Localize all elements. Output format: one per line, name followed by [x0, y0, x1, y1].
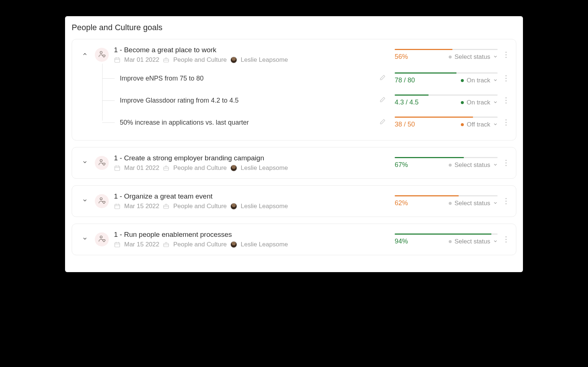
- goal-title: 1 - Become a great place to work: [114, 46, 390, 54]
- progress-value: 67%: [395, 161, 408, 169]
- goal-card: 1 - Create a strong employer branding ca…: [72, 147, 516, 179]
- person-heart-icon: [98, 235, 106, 244]
- chevron-down-icon: [493, 238, 498, 245]
- goal-header: 1 - Create a strong employer branding ca…: [80, 154, 509, 172]
- key-result-title: 50% increase in applications vs. last qu…: [102, 119, 374, 127]
- more-menu-button[interactable]: [503, 97, 509, 104]
- svg-point-14: [505, 124, 506, 125]
- svg-point-25: [505, 200, 506, 202]
- status-select[interactable]: Select status: [449, 53, 498, 61]
- goal-header: 1 - Run people enablement processes Mar …: [80, 231, 509, 248]
- status-dot-icon: [449, 56, 452, 58]
- more-menu-button[interactable]: [503, 198, 509, 204]
- calendar-icon: [114, 165, 121, 171]
- chevron-down-icon: [493, 77, 498, 84]
- avatar: [230, 241, 237, 248]
- svg-point-0: [100, 51, 102, 53]
- svg-point-3: [505, 51, 506, 53]
- goal-header: 1 - Organize a great team event Mar 15 2…: [80, 192, 509, 210]
- more-menu-button[interactable]: [503, 119, 509, 126]
- progress-block: 4.3 / 4.5 On track: [395, 95, 498, 106]
- status-label: On track: [467, 77, 490, 84]
- status-select[interactable]: On track: [461, 99, 498, 106]
- chevron-down-icon: [493, 53, 498, 61]
- goal-card: 1 - Organize a great team event Mar 15 2…: [72, 185, 516, 217]
- status-select[interactable]: Select status: [449, 238, 498, 245]
- briefcase-icon: [163, 241, 169, 248]
- progress-block: 94% Select status: [395, 234, 498, 245]
- edit-button[interactable]: [379, 118, 386, 127]
- goal-category-icon: [95, 232, 109, 246]
- status-select[interactable]: Off track: [461, 121, 498, 128]
- goal-category-icon: [95, 48, 109, 62]
- goals-panel: People and Culture goals 1 - Become a gr…: [65, 16, 523, 272]
- goal-meta: Mar 15 2022 People and Culture Leslie Le…: [114, 241, 390, 248]
- more-menu-button[interactable]: [503, 236, 509, 243]
- briefcase-icon: [163, 57, 169, 63]
- progress-block: 78 / 80 On track: [395, 72, 498, 84]
- progress-bar: [395, 95, 498, 96]
- status-label: Select status: [455, 238, 490, 245]
- progress-fill: [395, 49, 452, 50]
- more-menu-button[interactable]: [503, 51, 509, 58]
- edit-button[interactable]: [379, 96, 386, 104]
- progress-bar: [395, 195, 498, 196]
- avatar: [230, 57, 237, 63]
- chevron-down-icon: [493, 99, 498, 106]
- status-select[interactable]: Select status: [449, 161, 498, 169]
- svg-point-27: [100, 236, 102, 238]
- goal-card: 1 - Run people enablement processes Mar …: [72, 224, 516, 255]
- edit-button[interactable]: [379, 74, 386, 82]
- briefcase-icon: [163, 203, 169, 210]
- svg-point-21: [100, 197, 102, 200]
- svg-point-30: [505, 236, 506, 237]
- svg-point-15: [100, 159, 102, 161]
- goal-owner: Leslie Leapsome: [241, 241, 288, 248]
- svg-point-7: [505, 78, 506, 79]
- svg-rect-1: [115, 58, 120, 63]
- status-label: Select status: [455, 53, 490, 61]
- key-results-list: Improve eNPS from 75 to 80 78 / 80 On tr…: [102, 67, 509, 133]
- progress-bar: [395, 72, 498, 74]
- goal-date: Mar 15 2022: [124, 203, 159, 210]
- status-label: On track: [467, 99, 490, 106]
- expand-toggle[interactable]: [80, 158, 90, 168]
- expand-toggle[interactable]: [80, 196, 90, 206]
- progress-bar: [395, 117, 498, 118]
- progress-fill: [395, 234, 491, 235]
- goal-team: People and Culture: [173, 241, 227, 248]
- goal-date: Mar 15 2022: [124, 241, 159, 248]
- goal-team: People and Culture: [173, 56, 227, 64]
- goal-category-icon: [95, 156, 109, 170]
- svg-rect-23: [164, 205, 169, 209]
- goal-meta: Mar 15 2022 People and Culture Leslie Le…: [114, 203, 390, 210]
- goal-owner: Leslie Leapsome: [241, 164, 288, 172]
- progress-fill: [395, 72, 456, 74]
- expand-toggle[interactable]: [80, 235, 90, 244]
- more-menu-button[interactable]: [503, 160, 509, 166]
- more-menu-button[interactable]: [503, 75, 509, 82]
- svg-point-10: [505, 100, 506, 101]
- svg-point-11: [505, 102, 506, 103]
- progress-value: 94%: [395, 238, 408, 245]
- progress-bar: [395, 234, 498, 235]
- progress-fill: [395, 157, 464, 158]
- status-dot-icon: [449, 240, 452, 243]
- progress-value: 56%: [395, 53, 408, 61]
- calendar-icon: [114, 57, 121, 63]
- calendar-icon: [114, 203, 121, 210]
- briefcase-icon: [163, 165, 169, 171]
- avatar: [230, 165, 237, 171]
- svg-rect-28: [115, 243, 120, 247]
- person-heart-icon: [98, 196, 106, 206]
- expand-toggle[interactable]: [80, 50, 90, 60]
- goal-owner: Leslie Leapsome: [241, 203, 288, 210]
- person-heart-icon: [98, 50, 106, 60]
- pencil-icon: [379, 76, 386, 82]
- status-select[interactable]: On track: [461, 77, 498, 84]
- calendar-icon: [114, 241, 121, 248]
- svg-point-12: [505, 119, 506, 120]
- progress-block: 67% Select status: [395, 157, 498, 169]
- key-result-title: Improve Glassdoor rating from 4.2 to 4.5: [102, 97, 374, 104]
- status-select[interactable]: Select status: [449, 200, 498, 207]
